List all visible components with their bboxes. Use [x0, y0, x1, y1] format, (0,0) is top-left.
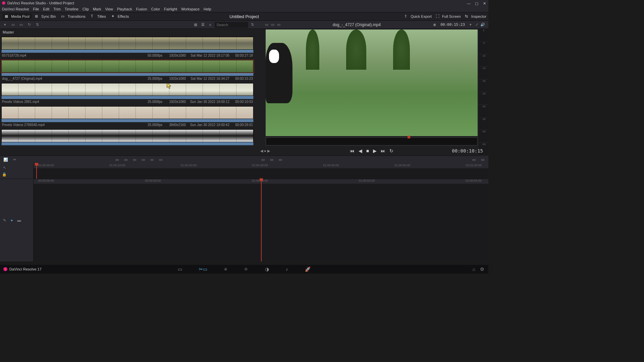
media-page-icon[interactable]: ▭ [178, 266, 182, 272]
boring-detector-icon[interactable]: 📊 [3, 157, 9, 163]
menu-trim[interactable]: Trim [53, 7, 61, 11]
volume-icon[interactable]: 🔊 [480, 22, 486, 28]
settings-icon[interactable]: ⚙ [480, 266, 484, 272]
tools-icon[interactable]: ▭ [260, 157, 266, 163]
loop-button[interactable]: ↻ [389, 148, 393, 154]
search-input[interactable] [215, 22, 248, 28]
closeup-icon[interactable]: ▭ [140, 157, 146, 163]
filmstrip[interactable] [1, 60, 254, 73]
thumb-view-icon[interactable]: ▦ [193, 22, 199, 28]
clip-item[interactable]: 657518728.mp450.000fps1920x1080Sat Mar 1… [1, 37, 254, 59]
transitions-button[interactable]: ▭Transitions [59, 13, 87, 19]
list-view-icon[interactable]: ≡ [207, 22, 213, 28]
split-icon[interactable]: ✂ [11, 157, 17, 163]
sync-bin-icon: ⊞ [35, 14, 40, 19]
effects-button[interactable]: ✦Effects [109, 13, 131, 19]
menu-workspace[interactable]: Workspace [181, 7, 200, 11]
sync-bin-button[interactable]: ⊞Sync Bin [33, 13, 58, 19]
loop-icon[interactable]: ◉ [432, 22, 438, 28]
filmstrip[interactable] [1, 106, 254, 119]
titles-button[interactable]: TTitles [89, 13, 108, 19]
track-select-icon[interactable]: ↖ [1, 165, 7, 171]
menu-help[interactable]: Help [204, 7, 211, 11]
scrub-bar[interactable] [266, 137, 478, 145]
window-title: DaVinci Resolve Studio - Untitled Projec… [7, 1, 74, 5]
folder-icon[interactable]: ▭ [18, 22, 24, 28]
place-icon[interactable]: ▭ [149, 157, 155, 163]
full-screen-button[interactable]: ⛶Full Screen [434, 13, 463, 19]
video-track-icon[interactable]: ▬ [16, 217, 22, 223]
cut-icon[interactable]: ▭ [277, 157, 283, 163]
menu-clip[interactable]: Clip [83, 7, 89, 11]
append-icon[interactable]: ▭ [123, 157, 129, 163]
jump-start-button[interactable]: ⏮ [350, 148, 355, 154]
play-button[interactable]: ▶ [373, 148, 377, 154]
lower-playhead[interactable] [261, 179, 262, 261]
fairlight-page-icon[interactable]: ♪ [286, 266, 288, 272]
home-icon[interactable]: ⌂ [473, 266, 475, 272]
upper-timeline[interactable]: ↖ 🔒 01:00:00:0001:00:10:0001:00:20:0001:… [0, 164, 488, 179]
ripple-icon[interactable]: ▭ [131, 157, 138, 163]
viewer-mode2-icon[interactable]: ▭ [270, 22, 276, 28]
menu-edit[interactable]: Edit [43, 7, 49, 11]
fusion-page-icon[interactable]: ⚛ [244, 266, 248, 272]
menu-bar: DaVinci Resolve File Edit Trim Timeline … [0, 6, 488, 12]
smart-insert-icon[interactable]: ▭ [114, 157, 120, 163]
expand-icon[interactable]: ⤢ [474, 22, 480, 28]
clip-item[interactable]: Pexels Videos 2881.mp425.000fps1920x1080… [1, 83, 254, 105]
audio-sync-icon[interactable]: ● [9, 217, 15, 223]
color-page-icon[interactable]: ◑ [265, 266, 269, 272]
menu-timeline[interactable]: Timeline [65, 7, 78, 11]
menu-file[interactable]: File [33, 7, 39, 11]
playhead-timecode: 00:00:10:15 [452, 148, 483, 154]
viewer-canvas[interactable] [266, 29, 478, 136]
filmstrip[interactable] [1, 83, 254, 96]
filmstrip[interactable] [1, 129, 254, 142]
menu-davinci[interactable]: DaVinci Resolve [2, 7, 29, 11]
sort-icon[interactable]: ⇅ [34, 22, 40, 28]
trans-icon[interactable]: ▭ [269, 157, 275, 163]
refresh-icon[interactable]: ↻ [26, 22, 32, 28]
scrub-marker[interactable] [408, 136, 410, 138]
jump-end-button[interactable]: ⏭ [381, 148, 385, 154]
minimize-icon[interactable]: — [467, 1, 470, 5]
quick-export-button[interactable]: ⇪Quick Export [402, 13, 434, 19]
clip-item[interactable]: Pexels Videos 2786540.mp425.000fps3840x2… [1, 106, 254, 128]
upper-playhead[interactable] [36, 164, 37, 179]
menu-playback[interactable]: Playback [117, 7, 132, 11]
bin-icon[interactable]: ▭ [10, 22, 16, 28]
clip-item[interactable] [1, 129, 254, 145]
step-back-button[interactable]: ◀ [359, 148, 362, 154]
menu-mark[interactable]: Mark [93, 7, 101, 11]
clip-dur: 00:00:28:01 [229, 123, 253, 127]
menu-view[interactable]: View [105, 7, 113, 11]
inspector-button[interactable]: ⇆Inspector [463, 13, 488, 19]
clip-item[interactable]: dog_-_4727 (Original).mp425.000fps1920x1… [1, 60, 254, 82]
cut-page-icon[interactable]: ✂▭ [199, 266, 207, 272]
edit-mode-icon[interactable]: ✎ [1, 217, 7, 223]
menu-fusion[interactable]: Fusion [136, 7, 147, 11]
import-dropdown-icon[interactable]: ▾ [2, 22, 8, 28]
lower-timeline[interactable]: ✎ ● ▬ 00:59:56:0000:59:58:0001:00:00:000… [0, 179, 488, 261]
close-icon[interactable]: ✕ [483, 1, 486, 5]
sort-btn-icon[interactable]: ⇅ [250, 22, 256, 28]
source-icon[interactable]: ▭ [158, 157, 164, 163]
edit-page-icon[interactable]: ≡ [224, 266, 227, 272]
inspector-icon: ⇆ [465, 14, 470, 19]
master-bin-label[interactable]: Master [0, 29, 255, 36]
menu-color[interactable]: Color [151, 7, 160, 11]
snap-icon[interactable]: ▭ [471, 157, 477, 163]
chevron-down-icon[interactable]: ▾ [468, 22, 474, 28]
maximize-icon[interactable]: ▢ [475, 1, 478, 5]
stop-button[interactable]: ■ [366, 148, 369, 154]
marker-icon[interactable]: ▭ [480, 157, 486, 163]
viewer-mode1-icon[interactable]: ▭ [264, 22, 270, 28]
media-pool-button[interactable]: ▦Media Pool [3, 13, 32, 19]
filmstrip[interactable] [1, 37, 254, 50]
menu-fairlight[interactable]: Fairlight [164, 7, 177, 11]
viewer-mode3-icon[interactable]: ▭ [276, 22, 282, 28]
strip-view-icon[interactable]: ☰ [200, 22, 206, 28]
track-lock-icon[interactable]: 🔒 [1, 172, 7, 178]
deliver-page-icon[interactable]: 🚀 [305, 266, 311, 272]
upper-ruler[interactable]: 01:00:00:0001:00:10:0001:00:20:0001:00:3… [34, 164, 488, 168]
